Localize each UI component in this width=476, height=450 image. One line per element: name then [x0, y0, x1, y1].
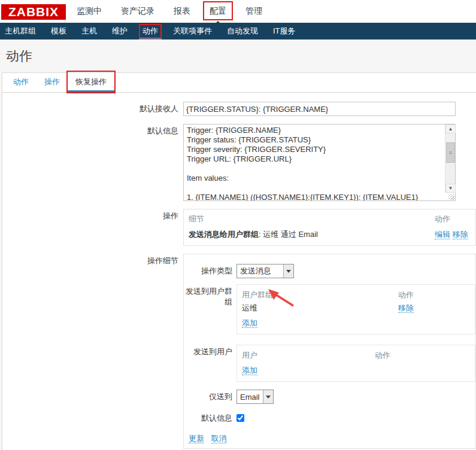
update-operation-link[interactable]: 更新: [189, 434, 204, 443]
operation-type-select[interactable]: 发送消息: [237, 264, 294, 278]
add-user-group-link[interactable]: 添加: [242, 318, 257, 328]
tab-recovery-operations-label: 恢复操作: [75, 77, 107, 86]
edit-operation-link[interactable]: 编辑: [435, 230, 450, 239]
active-menu-caret: [213, 21, 223, 26]
menu-item-administration[interactable]: 管理: [242, 4, 266, 19]
operation-details-label: 操作细节: [2, 254, 183, 268]
default-message-field: Trigger: {TRIGGER.NAME} Trigger status: …: [183, 124, 456, 201]
scroll-down-icon[interactable]: ▼: [445, 184, 456, 193]
operation-row: 发送消息给用户群组: 运维 通过 Email 编辑 移除: [189, 229, 471, 240]
chevron-down-icon: [283, 264, 293, 278]
tab-action[interactable]: 动作: [5, 73, 37, 93]
user-groups-action-header: 动作: [398, 288, 475, 302]
default-message-checkbox-label: 默认信息: [184, 411, 237, 425]
user-group-row: 运维 移除: [242, 302, 475, 315]
operation-type-label: 操作类型: [184, 264, 237, 278]
menu-item-configuration-label: 配置: [210, 6, 226, 16]
operation-details-box: 操作类型 发送消息 发送到用户群组 用户群组 动作: [183, 254, 476, 449]
subnav-item-correlation[interactable]: 关联项事件: [173, 23, 212, 39]
send-to-users-label: 发送到用户: [184, 345, 237, 382]
scroll-up-icon[interactable]: ▲: [445, 124, 456, 133]
subnav-item-it-services[interactable]: IT服务: [273, 23, 296, 39]
recovery-operations-form: 默认接收人 默认信息 Trigger: {TRIGGER.NAME} Trigg…: [2, 93, 476, 450]
add-user-link[interactable]: 添加: [242, 366, 257, 375]
tabstrip: 动作 操作 恢复操作: [2, 73, 476, 93]
user-groups-table: 用户群组 动作 运维 移除 添加: [237, 284, 475, 335]
top-header: ZABBIX 监测中 资产记录 报表 配置 管理: [0, 0, 476, 23]
operations-table: 细节 动作 发送消息给用户群组: 运维 通过 Email 编辑 移除: [183, 209, 476, 246]
menu-item-inventory[interactable]: 资产记录: [117, 4, 158, 19]
resize-grip[interactable]: [448, 194, 454, 200]
subnav-item-host-groups[interactable]: 主机群组: [5, 23, 36, 39]
cancel-operation-link[interactable]: 取消: [211, 434, 227, 443]
users-header: 用户: [242, 349, 375, 362]
user-group-name: 运维: [242, 302, 398, 315]
default-message-checkbox[interactable]: [237, 414, 244, 422]
title-band: 动作: [0, 39, 476, 72]
subnav-item-maintenance[interactable]: 维护: [112, 23, 128, 39]
subnav-item-discovery[interactable]: 自动发现: [227, 23, 258, 39]
operation-row-rest: : 运维 通过 Email: [259, 230, 318, 239]
operation-row-main: 发送消息给用户群组: [189, 230, 259, 239]
scrollbar-thumb[interactable]: ≡: [446, 142, 455, 163]
default-message-textarea[interactable]: Trigger: {TRIGGER.NAME} Trigger status: …: [184, 124, 445, 200]
user-groups-header: 用户群组: [242, 288, 398, 302]
menu-item-configuration[interactable]: 配置: [206, 4, 230, 19]
subnav-item-actions[interactable]: 动作: [143, 23, 158, 39]
page-title: 动作: [6, 47, 470, 65]
subnav-item-actions-label: 动作: [143, 26, 158, 35]
default-message-label: 默认信息: [2, 124, 183, 138]
menu-item-reports[interactable]: 报表: [170, 4, 194, 19]
default-subject-input[interactable]: [183, 102, 456, 116]
operations-label: 操作: [2, 209, 183, 223]
default-subject-label: 默认接收人: [2, 102, 183, 116]
operations-details-header: 细节: [189, 214, 435, 224]
tab-recovery-operations[interactable]: 恢复操作: [68, 73, 114, 93]
remove-operation-link[interactable]: 移除: [453, 230, 468, 239]
send-to-user-groups-label: 发送到用户群组: [184, 284, 237, 335]
users-table: 用户 动作 添加: [237, 345, 475, 382]
operations-action-header: 动作: [435, 214, 471, 224]
config-subnav: 主机群组 模板 主机 维护 动作 关联项事件 自动发现 IT服务: [0, 23, 476, 39]
send-only-to-value: Email: [237, 393, 263, 402]
users-action-header: 动作: [375, 349, 475, 362]
send-only-to-label: 仅送到: [184, 390, 237, 404]
subnav-item-hosts[interactable]: 主机: [81, 23, 97, 39]
chevron-down-icon: [263, 390, 273, 403]
operation-type-value: 发送消息: [237, 266, 283, 276]
send-only-to-select[interactable]: Email: [237, 390, 274, 404]
remove-user-group-link[interactable]: 移除: [398, 303, 414, 313]
subnav-item-templates[interactable]: 模板: [51, 23, 66, 39]
zabbix-logo[interactable]: ZABBIX: [1, 4, 66, 20]
content-panel: 动作 操作 恢复操作 默认接收人 默认信息 Trigger: {TRIGGER.…: [2, 72, 476, 450]
main-menu: 监测中 资产记录 报表 配置 管理: [73, 4, 266, 19]
active-subnav-underline: [139, 38, 162, 39]
menu-item-monitoring[interactable]: 监测中: [73, 4, 105, 19]
scrollbar[interactable]: ▲ ≡ ▼: [445, 124, 455, 193]
tab-operations[interactable]: 操作: [37, 73, 68, 93]
